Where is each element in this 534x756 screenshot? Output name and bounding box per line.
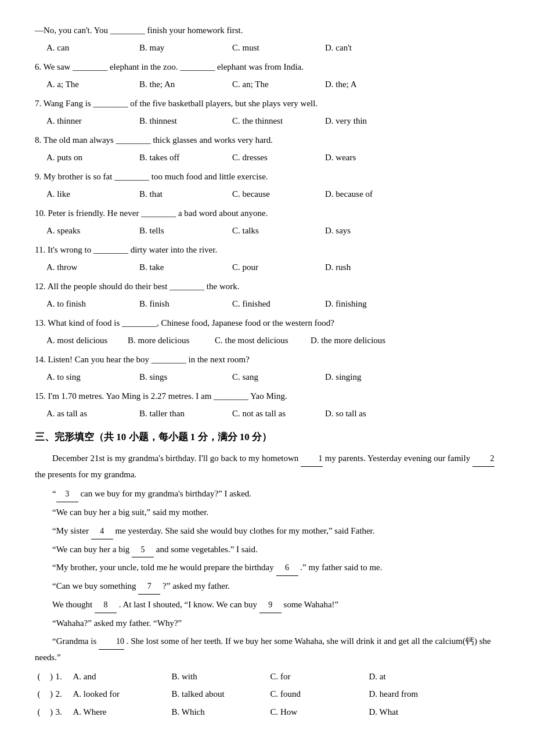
q12-opt-b: B. finish [139, 297, 232, 312]
ans-num-1: 1. [56, 669, 73, 685]
q9-text: 9. My brother is so fat ________ too muc… [35, 170, 499, 185]
q9-options: A. like B. that C. because D. because of [35, 187, 499, 202]
q14-options: A. to sing B. sings C. sang D. singing [35, 370, 499, 385]
ans-num-3: 3. [56, 705, 73, 720]
q11-opt-d: D. rush [325, 260, 418, 275]
q15-options: A. as tall as B. taller than C. not as t… [35, 406, 499, 422]
paren-open-2: ( [35, 687, 43, 702]
section3: 三、完形填空（共 10 小题，每小题 1 分，满分 10 分） December… [35, 429, 499, 719]
paren-open-3: ( [35, 705, 43, 720]
paren-open-1: ( [35, 669, 43, 685]
q7-text: 7. Wang Fang is ________ of the five bas… [35, 96, 499, 111]
paren-close-3: ) [48, 705, 56, 720]
q8-text: 8. The old man always ________ thick gla… [35, 133, 499, 148]
intro-options: A. can B. may C. must D. can't [35, 41, 499, 56]
q13-options: A. most delicious B. more delicious C. t… [35, 333, 499, 348]
ans-opts-1: A. and B. with C. for D. at [73, 669, 500, 685]
q11-opt-a: A. throw [46, 260, 139, 275]
passage-p1: December 21st is my grandma's birthday. … [35, 451, 499, 483]
question-14: 14. Listen! Can you hear the boy _______… [35, 352, 499, 384]
passage-p2: “3 can we buy for my grandma's birthday?… [35, 486, 499, 502]
q9-opt-a: A. like [46, 187, 139, 202]
q15-text: 15. I'm 1.70 metres. Yao Ming is 2.27 me… [35, 389, 499, 404]
blank-4: 4 [91, 524, 113, 539]
ans-2-a: A. looked for [73, 687, 172, 702]
q13-opt-c: C. the most delicious [215, 333, 311, 348]
answer-row-3: ( ) 3. A. Where B. Which C. How D. What [35, 705, 499, 720]
q14-text: 14. Listen! Can you hear the boy _______… [35, 352, 499, 368]
passage-p7: “Can we buy something 7 ?” asked my fath… [35, 578, 499, 595]
intro-question: —No, you can't. You ________ finish your… [35, 23, 499, 38]
passage-p10: “Grandma is 10 . She lost some of her te… [35, 633, 499, 666]
blank-3: 3 [56, 487, 78, 502]
q10-options: A. speaks B. tells C. talks D. says [35, 224, 499, 239]
q6-opt-c: C. an; The [232, 77, 325, 92]
q11-text: 11. It's wrong to ________ dirty water i… [35, 243, 499, 258]
blank-2: 2 [472, 451, 495, 467]
question-10: 10. Peter is friendly. He never ________… [35, 206, 499, 238]
ans-3-d: D. What [369, 705, 468, 720]
blank-8: 8 [95, 597, 117, 613]
q13-opt-a: A. most delicious [46, 333, 128, 348]
q8-opt-a: A. puts on [46, 150, 139, 165]
ans-1-d: D. at [369, 669, 468, 685]
question-6: 6. We saw ________ elephant in the zoo. … [35, 60, 499, 92]
blank-1: 1 [301, 451, 323, 467]
answer-row-1: ( ) 1. A. and B. with C. for D. at [35, 669, 499, 685]
ans-3-a: A. Where [73, 705, 172, 720]
q14-opt-b: B. sings [139, 370, 232, 385]
blank-6: 6 [276, 560, 298, 576]
q10-opt-a: A. speaks [46, 224, 139, 239]
q7-opt-c: C. the thinnest [232, 114, 325, 129]
q12-text: 12. All the people should do their best … [35, 279, 499, 294]
passage-p9: “Wahaha?” asked my father. “Why?” [35, 615, 499, 632]
question-13: 13. What kind of food is ________, Chine… [35, 316, 499, 348]
q14-opt-c: C. sang [232, 370, 325, 385]
question-9: 9. My brother is so fat ________ too muc… [35, 170, 499, 201]
blank-7: 7 [138, 579, 160, 595]
q7-opt-b: B. thinnest [139, 114, 232, 129]
q7-options: A. thinner B. thinnest C. the thinnest D… [35, 114, 499, 129]
q9-opt-d: D. because of [325, 187, 418, 202]
q12-options: A. to finish B. finish C. finished D. fi… [35, 297, 499, 312]
q7-opt-d: D. very thin [325, 114, 418, 129]
ans-1-c: C. for [270, 669, 369, 685]
q6-opt-b: B. the; An [139, 77, 232, 92]
q8-options: A. puts on B. takes off C. dresses D. we… [35, 150, 499, 165]
q11-opt-c: C. pour [232, 260, 325, 275]
question-8: 8. The old man always ________ thick gla… [35, 133, 499, 165]
q6-opt-d: D. the; A [325, 77, 418, 92]
q15-opt-c: C. not as tall as [232, 406, 325, 422]
q10-text: 10. Peter is friendly. He never ________… [35, 206, 499, 221]
blank-9: 9 [259, 597, 282, 613]
intro-opt-c: C. must [232, 41, 325, 56]
ans-opts-3: A. Where B. Which C. How D. What [73, 705, 500, 720]
q14-opt-d: D. singing [325, 370, 418, 385]
ans-1-a: A. and [73, 669, 172, 685]
q12-opt-a: A. to finish [46, 297, 139, 312]
passage-p6: “My brother, your uncle, told me he woul… [35, 560, 499, 576]
q7-opt-a: A. thinner [46, 114, 139, 129]
question-12: 12. All the people should do their best … [35, 279, 499, 311]
q15-opt-b: B. taller than [139, 406, 232, 422]
intro-opt-b: B. may [139, 41, 232, 56]
passage-p4: “My sister 4 me yesterday. She said she … [35, 523, 499, 539]
q11-options: A. throw B. take C. pour D. rush [35, 260, 499, 275]
q15-opt-a: A. as tall as [46, 406, 139, 422]
ans-opts-2: A. looked for B. talked about C. found D… [73, 687, 500, 702]
ans-1-b: B. with [172, 669, 270, 685]
ans-num-2: 2. [56, 687, 73, 702]
intro-opt-a: A. can [46, 41, 139, 56]
passage-p8: We thought 8 . At last I shouted, “I kno… [35, 597, 499, 613]
q8-opt-b: B. takes off [139, 150, 232, 165]
q12-opt-c: C. finished [232, 297, 325, 312]
q6-opt-a: A. a; The [46, 77, 139, 92]
passage-p3: “We can buy her a big suit,” said my mot… [35, 505, 499, 521]
q6-text: 6. We saw ________ elephant in the zoo. … [35, 60, 499, 75]
ans-2-b: B. talked about [172, 687, 270, 702]
q9-opt-b: B. that [139, 187, 232, 202]
q10-opt-b: B. tells [139, 224, 232, 239]
question-15: 15. I'm 1.70 metres. Yao Ming is 2.27 me… [35, 389, 499, 421]
q13-opt-d: D. the more delicious [311, 333, 406, 348]
question-11: 11. It's wrong to ________ dirty water i… [35, 243, 499, 275]
